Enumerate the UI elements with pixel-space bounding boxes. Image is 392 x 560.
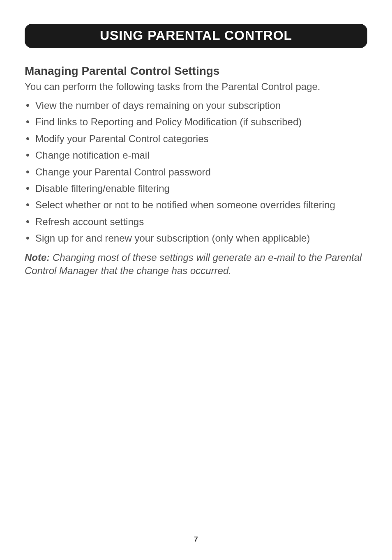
document-page: USING PARENTAL CONTROL Managing Parental… <box>0 0 392 277</box>
bullet-list: View the number of days remaining on you… <box>25 97 367 247</box>
list-item: Modify your Parental Control categories <box>25 131 367 147</box>
list-item: Sign up for and renew your subscription … <box>25 230 367 247</box>
note-body: Changing most of these settings will gen… <box>25 252 362 276</box>
intro-paragraph: You can perform the following tasks from… <box>25 81 367 92</box>
list-item: View the number of days remaining on you… <box>25 97 367 114</box>
section-heading: Managing Parental Control Settings <box>25 65 367 78</box>
note-paragraph: Note: Changing most of these settings wi… <box>25 251 367 278</box>
list-item: Refresh account settings <box>25 214 367 230</box>
list-item: Select whether or not to be notified whe… <box>25 197 367 213</box>
note-label: Note: <box>25 252 50 263</box>
list-item: Change your Parental Control password <box>25 164 367 180</box>
section-header-bar: USING PARENTAL CONTROL <box>25 24 367 48</box>
list-item: Change notification e-mail <box>25 147 367 164</box>
list-item: Disable filtering/enable filtering <box>25 180 367 197</box>
page-number: 7 <box>0 535 392 544</box>
list-item: Find links to Reporting and Policy Modif… <box>25 114 367 130</box>
section-header-title: USING PARENTAL CONTROL <box>25 28 367 43</box>
